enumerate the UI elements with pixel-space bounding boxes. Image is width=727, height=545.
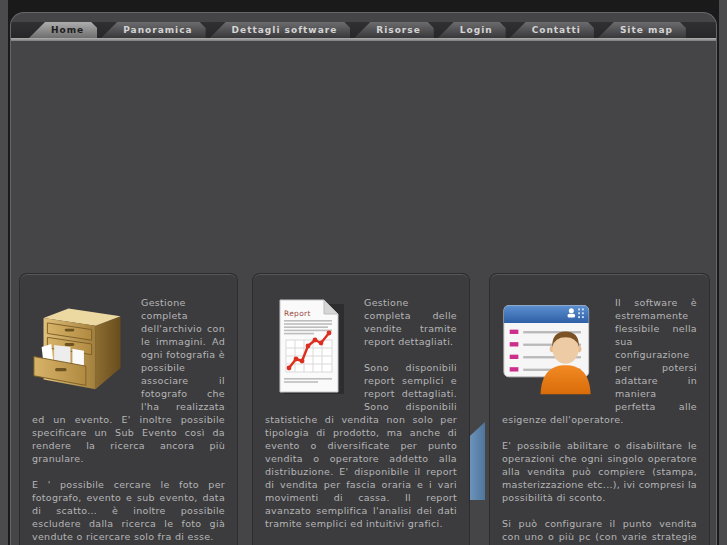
tab-risorse[interactable]: Risorse (354, 22, 433, 38)
feature-box-archive: Gestione completa dell'archivio con le i… (19, 273, 238, 545)
sales-report-icon: Report (265, 296, 355, 399)
archive-cabinet-icon (32, 296, 132, 397)
main-content: Gestione completa dell'archivio con le i… (11, 41, 716, 545)
tab-login[interactable]: Login (438, 22, 506, 38)
operator-paragraph-2: E' possibile abilitare o disabilitare le… (502, 439, 697, 504)
archive-paragraph-2: E ' possibile cercare le foto per fotogr… (32, 478, 225, 543)
feature-columns: Gestione completa dell'archivio con le i… (11, 273, 716, 545)
report-title-text: Report (284, 309, 311, 318)
tab-dettagli-software[interactable]: Dettagli software (210, 22, 351, 38)
operator-card-icon (502, 296, 606, 399)
tab-home[interactable]: Home (29, 22, 97, 38)
feature-box-sales: Report (252, 273, 470, 545)
tab-site-map[interactable]: Site map (598, 22, 686, 38)
tab-panoramica[interactable]: Panoramica (101, 22, 205, 38)
feature-box-operator: Il software è estremamente flessibile ne… (489, 273, 710, 545)
operator-paragraph-3: Si può configurare il punto vendita con … (502, 517, 697, 545)
main-navigation: Home Panoramica Dettagli software Risors… (11, 22, 716, 38)
banner-placeholder (11, 41, 716, 273)
tab-contatti[interactable]: Contatti (510, 22, 594, 38)
site-container: Home Panoramica Dettagli software Risors… (10, 12, 717, 545)
